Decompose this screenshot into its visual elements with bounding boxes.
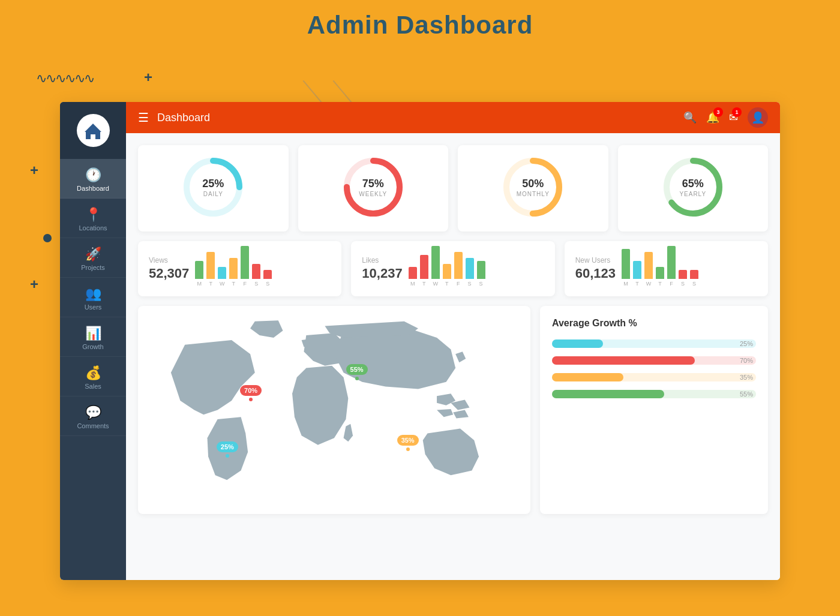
bar-day-new_users-5: S (681, 281, 685, 287)
donut-weekly: 75% WEEKLY (343, 157, 403, 217)
growth-bar-track-g1: 25% (552, 339, 756, 348)
stat-cards-row: 25% DAILY 75% WEEKLY 50% MONTHLY (138, 145, 768, 232)
map-pin-35[interactable]: 35% (397, 435, 419, 451)
sidebar-item-users[interactable]: 👥 Users (60, 278, 126, 317)
pin-dot-25 (226, 454, 229, 458)
zigzag-decor: ∿∿∿∿∿∿ (36, 71, 94, 86)
map-pin-70[interactable]: 70% (240, 385, 262, 401)
growth-bar-track-g4: 55% (552, 390, 756, 398)
sidebar-item-locations[interactable]: 📍 Locations (60, 199, 126, 238)
topbar: ☰ Dashboard 🔍 🔔 3 ✉ 1 👤 (126, 102, 780, 133)
bar-rect-new_users-2 (644, 252, 653, 279)
bar-chart-likes: M T W T F S S (409, 251, 485, 287)
topbar-left: ☰ Dashboard (138, 110, 210, 125)
avatar-button[interactable]: 👤 (748, 107, 768, 128)
main-content: ☰ Dashboard 🔍 🔔 3 ✉ 1 👤 (126, 102, 780, 580)
dashboard-window: 🕐 Dashboard 📍 Locations 🚀 Projects 👥 Use… (60, 102, 780, 580)
bar-col-new_users-6: S (690, 270, 698, 287)
search-button[interactable]: 🔍 (683, 111, 697, 124)
map-pin-25[interactable]: 25% (217, 441, 238, 458)
sidebar: 🕐 Dashboard 📍 Locations 🚀 Projects 👥 Use… (60, 102, 126, 580)
stat-card-daily: 25% DAILY (138, 145, 289, 232)
sidebar-item-sales[interactable]: 💰 Sales (60, 357, 126, 396)
bar-col-new_users-3: T (656, 267, 664, 287)
bar-col-new_users-0: M (622, 249, 630, 287)
donut-percent-yearly: 65% (679, 178, 706, 191)
plus-decor-3: + (30, 276, 38, 293)
bar-rect-new_users-4 (667, 246, 676, 279)
dashboard-icon: 🕐 (85, 169, 101, 182)
bar-day-likes-4: F (457, 281, 460, 287)
growth-bar-fill-g1 (552, 339, 603, 348)
sidebar-label-locations: Locations (79, 224, 107, 232)
sidebar-item-dashboard[interactable]: 🕐 Dashboard (60, 159, 126, 199)
bar-col-views-2: W (218, 267, 226, 287)
map-pin-55[interactable]: 55% (346, 364, 368, 380)
bar-rect-views-5 (252, 264, 260, 279)
bar-day-views-2: W (220, 281, 225, 287)
donut-daily: 25% DAILY (183, 157, 243, 217)
bottom-row: 70% 55% 25% 35% (138, 306, 768, 514)
donut-percent-weekly: 75% (359, 178, 387, 191)
pin-label-70: 70% (240, 385, 262, 396)
donut-period-monthly: MONTHLY (517, 190, 550, 197)
bar-rect-likes-2 (431, 246, 440, 279)
bar-rect-new_users-0 (622, 249, 630, 279)
bar-col-views-3: T (229, 258, 238, 287)
growth-bar-fill-g4 (552, 390, 664, 398)
bar-card-views: Views 52,307 M T W T F S S (138, 241, 341, 296)
bar-card-new_users: New Users 60,123 M T W T F S S (565, 241, 768, 296)
bar-col-likes-2: W (431, 246, 440, 287)
projects-icon: 🚀 (85, 248, 101, 261)
stat-card-weekly: 75% WEEKLY (298, 145, 449, 232)
sidebar-item-growth[interactable]: 📊 Growth (60, 317, 126, 357)
bar-day-views-3: T (232, 281, 236, 287)
bar-rect-new_users-3 (656, 267, 664, 279)
bar-rect-likes-1 (420, 255, 428, 279)
sidebar-nav: 🕐 Dashboard 📍 Locations 🚀 Projects 👥 Use… (60, 159, 126, 580)
donut-label-weekly: 75% WEEKLY (359, 178, 387, 197)
bell-button[interactable]: 🔔 3 (706, 111, 719, 124)
topbar-title: Dashboard (157, 112, 210, 124)
locations-icon: 📍 (85, 208, 101, 221)
bar-col-views-1: T (206, 252, 215, 287)
stat-card-monthly: 50% MONTHLY (458, 145, 608, 232)
bar-rect-views-4 (241, 246, 249, 279)
bar-card-value-views: 52,307 (149, 266, 189, 281)
growth-bar-item-g4: 55% (552, 390, 756, 398)
bar-rect-likes-5 (466, 258, 474, 279)
bar-rect-views-0 (195, 261, 203, 279)
bar-rect-new_users-5 (679, 270, 687, 279)
bar-day-new_users-4: F (670, 281, 673, 287)
bar-col-likes-5: S (466, 258, 474, 287)
bar-day-new_users-0: M (623, 281, 628, 287)
bar-day-likes-1: T (422, 281, 426, 287)
growth-bar-pct-g4: 55% (740, 390, 753, 398)
growth-icon: 📊 (85, 327, 101, 340)
bar-rect-new_users-1 (633, 261, 641, 279)
bar-day-likes-3: T (445, 281, 449, 287)
bar-col-views-4: F (241, 246, 249, 287)
pin-dot-35 (406, 447, 410, 451)
sidebar-logo (60, 102, 126, 159)
sidebar-item-projects[interactable]: 🚀 Projects (60, 238, 126, 278)
mail-button[interactable]: ✉ 1 (729, 111, 738, 124)
bar-col-new_users-2: W (644, 252, 653, 287)
menu-icon[interactable]: ☰ (138, 110, 149, 125)
donut-period-daily: DAILY (202, 190, 224, 197)
sidebar-label-dashboard: Dashboard (77, 185, 109, 192)
pin-label-35: 35% (397, 435, 419, 446)
bar-col-views-0: M (195, 261, 203, 287)
bar-day-views-6: S (266, 281, 269, 287)
bar-col-likes-4: F (454, 252, 463, 287)
bar-card-label-new_users: New Users (575, 256, 616, 265)
topbar-right: 🔍 🔔 3 ✉ 1 👤 (683, 107, 768, 128)
users-icon: 👥 (85, 287, 101, 301)
sidebar-item-comments[interactable]: 💬 Comments (60, 396, 126, 436)
bar-day-views-4: F (244, 281, 247, 287)
map-card: 70% 55% 25% 35% (138, 306, 530, 514)
growth-bar-pct-g2: 70% (740, 356, 753, 365)
bar-rect-views-1 (206, 252, 215, 279)
bar-day-new_users-6: S (692, 281, 696, 287)
growth-bar-track-g2: 70% (552, 356, 756, 365)
